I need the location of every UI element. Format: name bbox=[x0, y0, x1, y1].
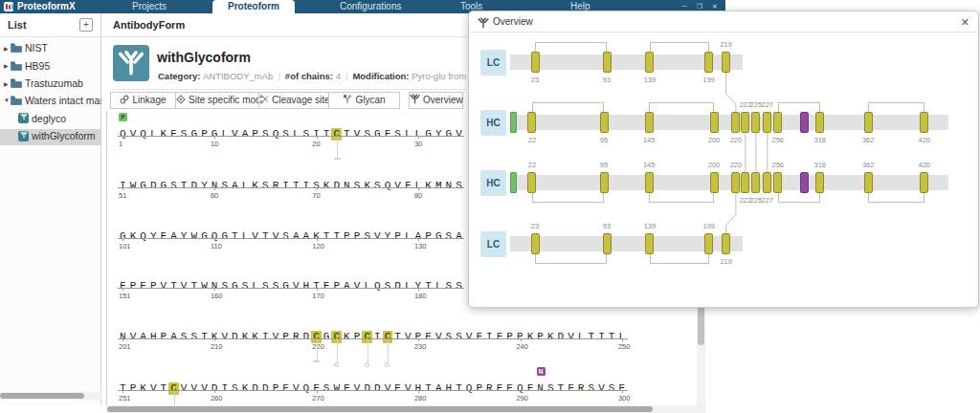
cysteine-marker bbox=[527, 112, 536, 133]
sidebar-item-withglycoform[interactable]: withGlycoform bbox=[0, 129, 101, 145]
residue: V bbox=[464, 331, 475, 343]
disulfide-bracket bbox=[535, 254, 607, 264]
residue: D bbox=[392, 280, 403, 293]
cysteine-marker bbox=[645, 233, 654, 254]
residue: Q bbox=[464, 382, 475, 395]
ruler-number: 70 bbox=[312, 191, 320, 200]
site-specific-mod-button[interactable]: Site specific mod bbox=[175, 92, 259, 109]
residue: V bbox=[159, 280, 169, 293]
residue: S bbox=[546, 382, 556, 395]
marker-position-label: 420 bbox=[913, 136, 936, 144]
cleavage-site-button[interactable]: Cleavage site bbox=[258, 92, 329, 109]
ruler-tick bbox=[317, 136, 318, 139]
sidebar-item-deglyco[interactable]: deglyco bbox=[0, 112, 101, 128]
marker-position-label: 139 bbox=[638, 76, 661, 84]
residue: V bbox=[291, 280, 301, 293]
residue: S bbox=[260, 128, 271, 141]
ruler-number: 101 bbox=[119, 242, 131, 250]
ruler-number: 240 bbox=[516, 342, 528, 351]
close-icon[interactable]: ✕ bbox=[961, 15, 969, 29]
residue: I bbox=[301, 180, 312, 192]
pyro-glu-marker bbox=[510, 112, 517, 133]
chevron-down-icon[interactable]: ▼ bbox=[4, 98, 11, 103]
horizontal-scrollbar[interactable] bbox=[106, 405, 705, 413]
disulfide-bracket bbox=[535, 42, 607, 52]
residue: K bbox=[159, 128, 169, 141]
ruler-tick bbox=[214, 338, 215, 341]
glycan-marker[interactable]: N bbox=[537, 367, 546, 376]
toolbar-button-label: Overview bbox=[423, 95, 463, 105]
residue: I bbox=[484, 331, 495, 343]
menu-item-projects[interactable]: Projects bbox=[126, 0, 168, 13]
residue: N bbox=[535, 382, 546, 395]
residue: T bbox=[179, 180, 189, 192]
sidebar-item-trastuzumab[interactable]: ▶Trastuzumab bbox=[0, 76, 101, 93]
sidebar-item-hb95[interactable]: ▶HB95 bbox=[0, 58, 101, 75]
sequence-row: GKQYFAYWGQGTLVTVSAAKTTPPSVYPLAPGSA101110… bbox=[118, 226, 464, 264]
residue: G bbox=[444, 128, 455, 141]
residue: L bbox=[403, 230, 413, 243]
chevron-right-icon[interactable]: ▶ bbox=[4, 62, 11, 69]
ruler-number: 151 bbox=[119, 292, 131, 300]
residue: T bbox=[607, 331, 617, 343]
residue: S bbox=[383, 280, 393, 293]
residue: A bbox=[342, 280, 352, 293]
marker-position-label: 316 bbox=[809, 161, 832, 169]
residue: V bbox=[189, 382, 199, 395]
residue: T bbox=[586, 331, 596, 343]
residue: H bbox=[148, 331, 159, 343]
residue: D bbox=[189, 180, 199, 192]
pyro-glu-marker[interactable]: P bbox=[119, 113, 127, 121]
page-title: withGlycoform bbox=[157, 50, 251, 65]
sidebar-horizontal-scrollbar-thumb[interactable] bbox=[0, 393, 84, 399]
residue: Y bbox=[179, 230, 189, 243]
app-logo-icon bbox=[4, 2, 13, 11]
ruler-line bbox=[118, 390, 628, 391]
horizontal-scrollbar-thumb[interactable] bbox=[107, 406, 653, 412]
residue: S bbox=[219, 180, 230, 192]
cysteine-marker bbox=[600, 112, 609, 133]
marker-position-label: 22 bbox=[521, 136, 544, 144]
residue: Q bbox=[301, 382, 312, 395]
residue: K bbox=[423, 180, 434, 192]
sidebar-list-title: List bbox=[8, 19, 27, 31]
residue: G bbox=[423, 128, 434, 141]
ruler-tick bbox=[418, 187, 419, 190]
residue: V bbox=[454, 128, 464, 141]
sidebar-item-label: Trastuzumab bbox=[25, 77, 83, 89]
chevron-right-icon[interactable]: ▶ bbox=[4, 45, 11, 52]
cysteine-marker bbox=[815, 172, 824, 193]
residue: L bbox=[148, 128, 159, 141]
residue: T bbox=[556, 382, 567, 395]
menu-item-configurations[interactable]: Configurations bbox=[334, 0, 401, 13]
toolbar-button-label: Site specific mod bbox=[189, 95, 261, 105]
residue: Y bbox=[199, 180, 210, 192]
ruler-tick bbox=[122, 187, 123, 190]
glycan-icon bbox=[343, 95, 355, 105]
residue: F bbox=[474, 331, 484, 343]
sidebar-horizontal-scrollbar[interactable] bbox=[0, 392, 101, 400]
residue: K bbox=[240, 382, 251, 395]
sidebar-item-nist[interactable]: ▶NIST bbox=[0, 41, 101, 57]
cysteine-marker bbox=[763, 112, 771, 133]
marker-position-label: 23 bbox=[523, 76, 546, 84]
residue: E bbox=[495, 382, 505, 395]
chevron-right-icon[interactable]: ▶ bbox=[4, 80, 11, 87]
residue: S bbox=[280, 230, 291, 243]
menu-item-proteoform-manager[interactable]: Proteoform Manager bbox=[212, 0, 295, 13]
residue: F bbox=[159, 230, 169, 243]
residue: S bbox=[362, 128, 372, 141]
glycan-button[interactable]: Glycan bbox=[328, 92, 400, 109]
residue: W bbox=[189, 230, 199, 243]
overview-button[interactable]: Overview bbox=[409, 92, 463, 109]
add-item-button[interactable]: + bbox=[79, 18, 93, 32]
marker-position-label: 139 bbox=[638, 222, 661, 230]
sequence-row: IWGDGSTDYNSALKSRITISKDNSKSQVFLKMNS516070… bbox=[118, 175, 464, 213]
meta-value: ANTIBODY_mAb bbox=[203, 71, 273, 81]
linkage-button[interactable]: Linkage bbox=[110, 92, 176, 109]
residue: T bbox=[168, 280, 179, 293]
sidebar-item-waters-intact-mass-cl[interactable]: ▼Waters intact mass cl bbox=[0, 94, 101, 110]
cysteine-marker bbox=[531, 233, 540, 254]
residue: F bbox=[342, 382, 352, 395]
antibody-icon bbox=[113, 45, 149, 81]
